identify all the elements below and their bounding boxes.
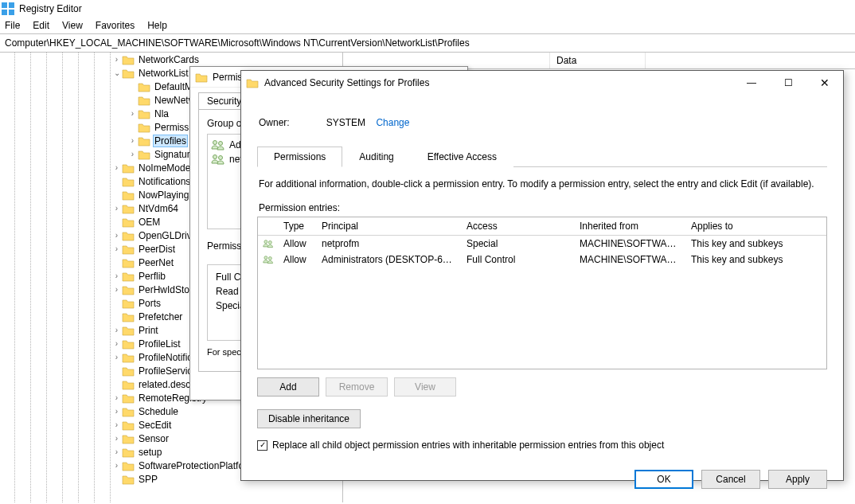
folder-icon xyxy=(122,189,135,201)
tree-item-label: Prefetcher xyxy=(137,311,184,322)
chevron-right-icon[interactable]: › xyxy=(127,136,138,145)
chevron-right-icon[interactable]: › xyxy=(111,326,122,334)
owner-value: SYSTEM xyxy=(326,117,365,128)
chevron-right-icon[interactable]: › xyxy=(111,420,122,429)
advanced-security-dialog: Advanced Security Settings for Profiles … xyxy=(240,70,844,481)
col-access[interactable]: Access xyxy=(462,217,575,235)
apply-button[interactable]: Apply xyxy=(768,470,827,489)
table-row[interactable]: AllownetprofmSpecialMACHINE\SOFTWARE...T… xyxy=(258,236,826,252)
tree-item-label: SoftwareProtectionPlatform xyxy=(137,460,256,471)
chevron-right-icon[interactable]: › xyxy=(111,244,122,253)
table-row[interactable]: AllowAdministrators (DESKTOP-6RI...Full … xyxy=(258,252,826,268)
close-button[interactable]: ✕ xyxy=(806,71,843,95)
menu-help[interactable]: Help xyxy=(147,20,167,31)
chevron-right-icon[interactable]: › xyxy=(111,272,122,280)
chevron-right-icon[interactable]: › xyxy=(111,434,122,443)
tree-item-label: NetworkList xyxy=(137,68,190,79)
regedit-icon xyxy=(2,2,14,15)
folder-icon xyxy=(122,244,135,255)
folder-icon xyxy=(122,271,135,282)
tree-item-label: NetworkCards xyxy=(137,54,201,65)
folder-icon xyxy=(122,338,135,350)
app-title: Registry Editor xyxy=(19,3,82,14)
chevron-right-icon[interactable]: › xyxy=(111,393,122,402)
col-principal[interactable]: Principal xyxy=(317,217,462,235)
folder-icon xyxy=(122,217,135,228)
folder-icon xyxy=(122,284,135,295)
menubar: File Edit View Favorites Help xyxy=(0,18,855,33)
adv-titlebar[interactable]: Advanced Security Settings for Profiles … xyxy=(241,71,843,95)
col-inherited[interactable]: Inherited from xyxy=(575,217,686,235)
cancel-button[interactable]: Cancel xyxy=(701,470,760,489)
entries-label: Permission entries: xyxy=(259,202,826,213)
col-applies[interactable]: Applies to xyxy=(686,217,826,235)
chevron-right-icon[interactable]: › xyxy=(111,339,122,348)
tree-item-label: ProfileList xyxy=(137,338,182,350)
tree-item-label: Print xyxy=(137,325,160,336)
folder-icon xyxy=(122,474,135,485)
folder-icon xyxy=(122,460,135,471)
chevron-right-icon[interactable]: › xyxy=(111,55,122,64)
folder-icon xyxy=(122,447,135,458)
menu-favorites[interactable]: Favorites xyxy=(96,20,135,31)
tab-permissions[interactable]: Permissions xyxy=(257,147,342,167)
chevron-down-icon[interactable]: ⌄ xyxy=(111,68,122,77)
col-data[interactable]: Data xyxy=(550,53,646,68)
add-button[interactable]: Add xyxy=(257,377,319,397)
folder-icon xyxy=(122,54,135,65)
folder-icon xyxy=(122,311,135,322)
titlebar: Registry Editor xyxy=(0,0,855,18)
chevron-right-icon[interactable]: › xyxy=(111,285,122,294)
tab-effective-access[interactable]: Effective Access xyxy=(411,147,513,167)
disable-inheritance-button[interactable]: Disable inheritance xyxy=(257,409,361,428)
folder-icon xyxy=(138,135,150,147)
chevron-right-icon[interactable]: › xyxy=(111,231,122,240)
tab-auditing[interactable]: Auditing xyxy=(342,147,410,167)
tree-item-label: SecEdit xyxy=(137,420,173,431)
folder-icon xyxy=(122,162,135,174)
folder-icon xyxy=(122,298,135,309)
menu-file[interactable]: File xyxy=(5,20,20,31)
tree-item-label: Sensor xyxy=(137,433,170,444)
folder-icon xyxy=(122,420,135,431)
minimize-button[interactable]: — xyxy=(733,71,770,95)
chevron-right-icon[interactable]: › xyxy=(111,447,122,456)
replace-checkbox[interactable]: ✓ xyxy=(257,440,267,451)
menu-view[interactable]: View xyxy=(62,20,83,31)
users-icon xyxy=(263,254,274,265)
col-type[interactable]: Type xyxy=(279,217,317,235)
maximize-button[interactable]: ☐ xyxy=(770,71,806,95)
chevron-right-icon[interactable]: › xyxy=(111,163,122,172)
tree-item-label: NtVdm64 xyxy=(137,203,180,214)
permission-entries-table[interactable]: Type Principal Access Inherited from App… xyxy=(257,217,827,369)
chevron-right-icon[interactable]: › xyxy=(111,204,122,213)
remove-button: Remove xyxy=(326,377,388,397)
tree-item-label: Nla xyxy=(153,108,170,119)
address-bar[interactable]: Computer\HKEY_LOCAL_MACHINE\SOFTWARE\Mic… xyxy=(0,33,855,53)
chevron-right-icon[interactable]: › xyxy=(127,109,138,118)
tree-item-label: PeerNet xyxy=(137,257,175,268)
tree-item-label: OEM xyxy=(137,217,162,228)
folder-icon xyxy=(195,72,208,83)
chevron-right-icon[interactable]: › xyxy=(111,407,122,416)
menu-edit[interactable]: Edit xyxy=(33,20,49,31)
owner-label: Owner: xyxy=(259,117,290,128)
chevron-right-icon[interactable]: › xyxy=(127,150,138,158)
change-owner-link[interactable]: Change xyxy=(376,117,409,128)
folder-icon xyxy=(122,257,135,268)
users-icon xyxy=(211,139,225,150)
chevron-right-icon[interactable]: › xyxy=(111,353,122,361)
replace-checkbox-label[interactable]: Replace all child object permission entr… xyxy=(272,440,664,451)
tree-item[interactable]: ›NetworkCards xyxy=(0,53,342,66)
folder-icon xyxy=(122,68,135,79)
view-button: View xyxy=(394,377,456,397)
address-text: Computer\HKEY_LOCAL_MACHINE\SOFTWARE\Mic… xyxy=(5,37,470,49)
folder-icon xyxy=(122,325,135,336)
chevron-right-icon[interactable]: › xyxy=(111,461,122,470)
folder-icon xyxy=(122,203,135,214)
users-icon xyxy=(211,154,225,165)
tab-strip: Permissions Auditing Effective Access xyxy=(257,146,827,167)
ok-button[interactable]: OK xyxy=(634,470,693,489)
tree-item-label: Schedule xyxy=(137,406,180,417)
tree-item-label: Notifications xyxy=(137,176,192,187)
